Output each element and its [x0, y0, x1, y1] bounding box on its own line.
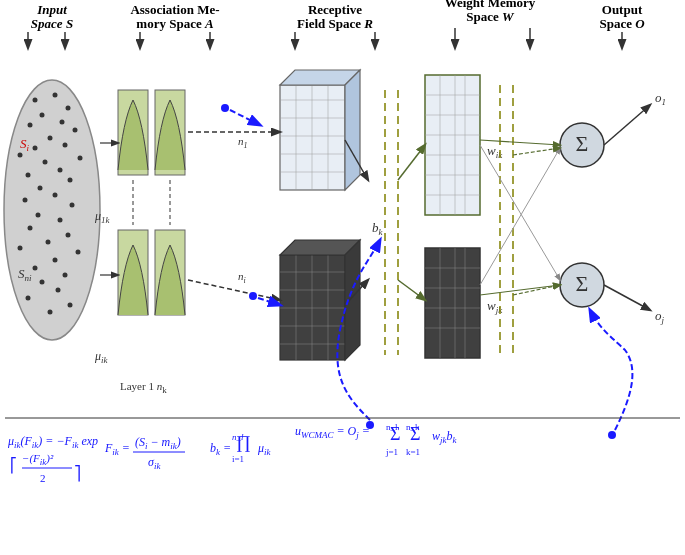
blue-dot-upper: [221, 104, 229, 112]
neural-network-diagram: Input Space S Association Me- mory Space…: [0, 0, 685, 555]
blue-arrow-output: [590, 310, 632, 430]
svg-point-30: [46, 240, 51, 245]
diagram-container: Input Space S Association Me- mory Space…: [0, 0, 685, 555]
input-ellipse: [4, 80, 100, 340]
formula2-lhs: Fik =: [104, 441, 130, 457]
sum-symbol-lower: Σ: [576, 271, 589, 296]
header-weight-memory2: Space W: [466, 9, 515, 24]
svg-point-34: [33, 266, 38, 271]
formula3-upper: n_l: [232, 432, 244, 442]
formula1-bracket: ⎡: [10, 457, 17, 474]
conn-bk-wm-upper: [398, 145, 425, 180]
header-output-space2: Space O: [599, 16, 645, 31]
svg-point-24: [23, 198, 28, 203]
svg-point-16: [18, 153, 23, 158]
svg-point-17: [78, 156, 83, 161]
svg-point-21: [68, 178, 73, 183]
svg-point-28: [28, 226, 33, 231]
rf-box-right-upper: [345, 70, 360, 190]
blue-dot-output: [608, 431, 616, 439]
label-n1: n1: [238, 135, 248, 150]
formula3-mu: μik: [257, 441, 272, 457]
formula2-denominator: σik: [148, 455, 161, 471]
formula4-lhs: uWCMAC = Oj =: [295, 424, 370, 440]
svg-point-25: [70, 203, 75, 208]
svg-point-9: [40, 113, 45, 118]
svg-point-32: [76, 250, 81, 255]
svg-point-10: [60, 120, 65, 125]
svg-point-15: [63, 143, 68, 148]
svg-point-6: [33, 98, 38, 103]
svg-point-35: [63, 273, 68, 278]
label-oj: oj: [655, 308, 665, 325]
formula1-text: μik(Fik) = −Fik exp: [7, 434, 98, 450]
formula4-sum1-upper: n_l: [386, 422, 398, 432]
svg-point-19: [58, 168, 63, 173]
conn-wm-cross2: [480, 148, 560, 285]
svg-point-39: [68, 303, 73, 308]
svg-point-23: [53, 193, 58, 198]
svg-point-40: [48, 310, 53, 315]
formula1-denominator: 2: [40, 472, 46, 484]
header-receptive-field2: Field Space R: [297, 16, 373, 31]
svg-point-7: [53, 93, 58, 98]
label-bk: bk: [372, 220, 384, 237]
svg-point-36: [40, 280, 45, 285]
label-ni: ni: [238, 270, 246, 285]
header-assoc-memory2: mory Space A: [136, 16, 214, 31]
blue-dot-lower: [249, 292, 257, 300]
svg-point-37: [56, 288, 61, 293]
svg-point-26: [36, 213, 41, 218]
svg-point-31: [18, 246, 23, 251]
output-arrow-o1: [604, 105, 650, 145]
formula1-rbracket: ⎤: [74, 465, 81, 482]
svg-point-12: [73, 128, 78, 133]
conn-wm-cross1: [480, 145, 560, 280]
svg-point-27: [58, 218, 63, 223]
svg-point-18: [43, 160, 48, 165]
svg-point-29: [66, 233, 71, 238]
formula4-sum2-upper: n_k: [406, 422, 420, 432]
label-mu-tik: μik: [94, 349, 109, 365]
label-layer1: Layer 1 nk: [120, 380, 167, 395]
wm-box-upper: [425, 75, 480, 215]
svg-point-33: [53, 258, 58, 263]
formula2-numerator: (Si − mik): [135, 435, 181, 451]
formula3-lhs: bk =: [210, 441, 231, 457]
header-assoc-memory: Association Me-: [130, 2, 219, 17]
formula3-lower: i=1: [232, 454, 244, 464]
header-input-space: Input: [36, 2, 67, 17]
formula1-numerator: −(Fik)²: [22, 452, 54, 467]
conn-bk-wm-lower: [398, 280, 425, 300]
formula4-sum2-lower: k=1: [406, 447, 420, 457]
svg-point-14: [33, 146, 38, 151]
formula4-sum1-lower: j=1: [385, 447, 398, 457]
svg-point-22: [38, 186, 43, 191]
svg-point-11: [28, 123, 33, 128]
wm-box-lower: [425, 248, 480, 358]
label-o1: o1: [655, 90, 666, 107]
conn-dashed-sum-upper: [513, 148, 560, 155]
header-receptive-field: Receptive: [308, 2, 362, 17]
rf-box-front-upper: [280, 85, 345, 190]
blue-arrow1: [230, 110, 260, 125]
svg-point-38: [26, 296, 31, 301]
output-arrow-oj: [604, 285, 650, 310]
header-input-space2: Space S: [31, 16, 73, 31]
sum-symbol-upper: Σ: [576, 131, 589, 156]
header-output-space: Output: [602, 2, 643, 17]
svg-point-20: [26, 173, 31, 178]
formula4-wjk-bk: wjkbk: [432, 429, 458, 445]
svg-point-8: [66, 106, 71, 111]
svg-point-13: [48, 136, 53, 141]
label-mu-ik: μ1k: [94, 209, 111, 225]
conn-assoc-rf-lower: [188, 280, 280, 300]
